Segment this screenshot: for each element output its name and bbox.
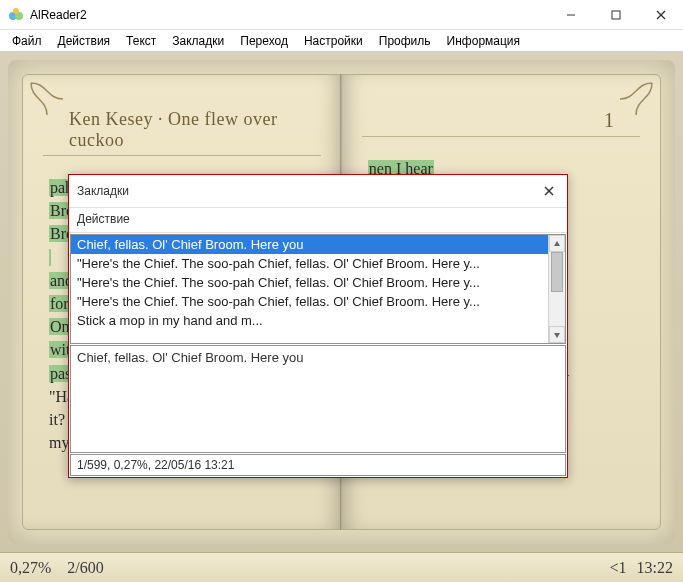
bookmarks-status: 1/599, 0,27%, 22/05/16 13:21 xyxy=(70,454,566,476)
bookmarks-dialog-header[interactable]: Закладки xyxy=(69,175,567,208)
bookmarks-action-label: Действие xyxy=(77,212,130,226)
bookmarks-list: Chief, fellas. Ol' Chief Broom. Here you… xyxy=(70,234,566,344)
menubar: Файл Действия Текст Закладки Переход Нас… xyxy=(0,30,683,52)
status-page: 2/600 xyxy=(67,559,103,576)
app-icon xyxy=(8,7,24,23)
bookmarks-close-button[interactable] xyxy=(539,181,559,201)
svg-marker-10 xyxy=(554,333,560,338)
menu-text[interactable]: Текст xyxy=(118,32,164,50)
bookmarks-preview: Chief, fellas. Ol' Chief Broom. Here you xyxy=(70,345,566,453)
svg-point-2 xyxy=(13,8,19,14)
window-title: AlReader2 xyxy=(30,8,87,22)
statusbar: 0,27% 2/600 <1 13:22 xyxy=(0,552,683,582)
book-title: Ken Kesey · One flew over cuckoo xyxy=(69,109,295,151)
maximize-button[interactable] xyxy=(593,0,638,29)
svg-rect-4 xyxy=(612,11,620,19)
bookmarks-dialog: Закладки Действие Chief, fellas. Ol' Chi… xyxy=(68,174,568,478)
bookmarks-list-item[interactable]: "Here's the Chief. The soo-pah Chief, fe… xyxy=(71,254,548,273)
reader-area: Ken Kesey · One flew over cuckoo pahBroB… xyxy=(0,52,683,552)
menu-goto[interactable]: Переход xyxy=(232,32,296,50)
minimize-button[interactable] xyxy=(548,0,593,29)
chapter-indicator: <1 xyxy=(610,559,627,577)
bookmarks-list-item[interactable]: "Here's the Chief. The soo-pah Chief, fe… xyxy=(71,292,548,311)
window-titlebar: AlReader2 xyxy=(0,0,683,30)
bookmarks-list-item[interactable]: Chief, fellas. Ol' Chief Broom. Here you xyxy=(71,235,548,254)
bookmarks-scrollbar[interactable] xyxy=(548,235,565,343)
status-percent: 0,27% xyxy=(10,559,51,576)
close-button[interactable] xyxy=(638,0,683,29)
menu-profile[interactable]: Профиль xyxy=(371,32,439,50)
ornament-icon xyxy=(618,81,654,117)
svg-marker-9 xyxy=(554,241,560,246)
menu-actions[interactable]: Действия xyxy=(50,32,119,50)
bookmarks-action-menu[interactable]: Действие xyxy=(69,208,567,233)
menu-file[interactable]: Файл xyxy=(4,32,50,50)
menu-bookmarks[interactable]: Закладки xyxy=(164,32,232,50)
scroll-thumb[interactable] xyxy=(551,252,563,292)
page-header-left: Ken Kesey · One flew over cuckoo xyxy=(43,75,321,156)
menu-settings[interactable]: Настройки xyxy=(296,32,371,50)
scroll-down-button[interactable] xyxy=(549,326,565,343)
bookmarks-dialog-title: Закладки xyxy=(77,184,129,198)
status-clock: 13:22 xyxy=(637,559,673,577)
page-header-right: 1 xyxy=(362,75,640,137)
bookmarks-list-item[interactable]: "Here's the Chief. The soo-pah Chief, fe… xyxy=(71,273,548,292)
ornament-icon xyxy=(29,81,65,117)
bookmarks-list-item[interactable]: Stick a mop in my hand and m... xyxy=(71,311,548,330)
scroll-up-button[interactable] xyxy=(549,235,565,252)
chapter-label: <1 xyxy=(610,559,627,577)
menu-info[interactable]: Информация xyxy=(439,32,528,50)
page-number: 1 xyxy=(604,109,614,132)
